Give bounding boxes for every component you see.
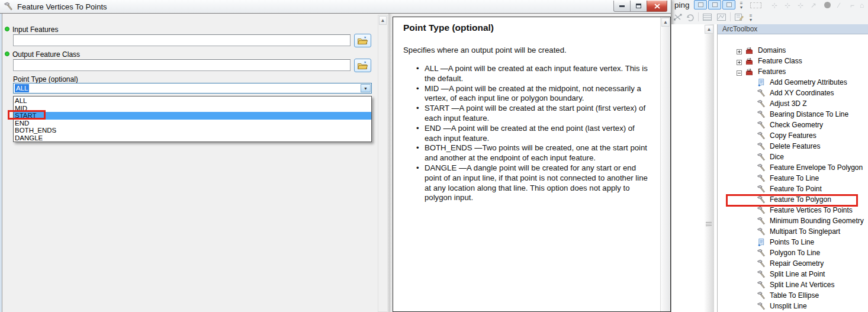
toolbox-tree-item[interactable]: Feature To Line xyxy=(718,173,868,184)
dropdown-option[interactable]: BOTH_ENDS xyxy=(14,127,371,134)
tree-item-label: Check Geometry xyxy=(770,121,823,129)
toolbox-tree-item[interactable]: Domains xyxy=(718,45,868,56)
toolbox-tree-item[interactable]: Feature To Point xyxy=(718,184,868,194)
tree-item-label: Feature Envelope To Polygon xyxy=(770,163,863,172)
dialog-left-border xyxy=(0,14,2,312)
toolbox-tree-item[interactable]: Adjust 3D Z xyxy=(718,98,868,109)
dock-splitter-bar[interactable]: ▲ xyxy=(704,24,714,312)
dialog-titlebar[interactable]: Feature Vertices To Points xyxy=(0,0,671,13)
dropdown-option[interactable]: ALL xyxy=(14,97,371,105)
undo-arc-icon[interactable] xyxy=(686,12,695,22)
form-scrollbar[interactable]: ▲ xyxy=(378,15,388,312)
attribute-table-icon[interactable] xyxy=(702,12,712,22)
toolbox-tree-item[interactable]: Delete Features xyxy=(718,141,868,152)
toolbox-tree-item[interactable]: Add XY Coordinates xyxy=(718,88,868,98)
disabled-toolbar-icon: ⊹ xyxy=(785,1,790,9)
toolbox-tree-item[interactable]: Repair Geometry xyxy=(718,258,868,269)
script-icon xyxy=(757,78,766,87)
tree-item-label: Feature To Line xyxy=(770,174,819,182)
sketch-properties-icon[interactable] xyxy=(716,12,726,22)
hammer-icon xyxy=(757,249,766,258)
toolbox-tree-item[interactable]: Check Geometry xyxy=(718,120,868,130)
tree-item-label: Split Line At Vertices xyxy=(770,281,834,289)
toolbox-tree-item[interactable]: Add Geometry Attributes xyxy=(718,77,868,88)
point-type-combobox[interactable]: ALL ▼ xyxy=(13,83,372,94)
collapse-minus-icon[interactable] xyxy=(737,70,742,76)
open-folder-icon xyxy=(357,61,368,70)
minimize-button[interactable] xyxy=(613,1,631,12)
toolbox-tree-item[interactable]: Split Line at Point xyxy=(718,269,868,279)
combobox-dropdown-button[interactable]: ▼ xyxy=(361,84,371,92)
toolbox-tree-item[interactable]: Dice xyxy=(718,152,868,162)
toolbox-icon xyxy=(745,67,754,76)
dialog-title: Feature Vertices To Points xyxy=(17,2,107,11)
output-feature-class-field[interactable] xyxy=(13,59,351,71)
arctoolbox-header[interactable]: ArcToolbox xyxy=(718,24,868,34)
tree-item-label: Features xyxy=(758,67,786,76)
scroll-up-button[interactable]: ▲ xyxy=(705,25,713,34)
tree-item-label: Add Geometry Attributes xyxy=(770,78,847,86)
toolbox-tree-item[interactable]: Points To Line xyxy=(718,237,868,247)
hammer-icon xyxy=(757,259,766,268)
dropdown-option[interactable]: MID xyxy=(14,105,371,112)
scroll-up-button[interactable]: ▲ xyxy=(379,16,387,25)
triangle-up-icon: ▲ xyxy=(663,20,668,25)
dropdown-option[interactable]: END xyxy=(14,120,371,127)
toolbox-tree-item[interactable]: Unsplit Line xyxy=(718,301,868,311)
toolbar-overflow-icon[interactable]: ≡▾ xyxy=(738,1,745,9)
toolbox-tree-item[interactable]: Feature Class xyxy=(718,56,868,66)
browse-output-button[interactable] xyxy=(354,59,371,72)
toggle-pane-button-2[interactable] xyxy=(708,0,721,9)
browse-input-button[interactable] xyxy=(354,34,371,47)
form-edit-icon[interactable] xyxy=(734,12,744,22)
tree-item-label: Bearing Distance To Line xyxy=(770,110,848,118)
annotation-box-feature-vertices xyxy=(726,194,858,207)
input-features-field[interactable] xyxy=(13,34,351,46)
toolbar-overflow-icon[interactable]: ≡▾ xyxy=(747,14,754,22)
dropdown-option[interactable]: START xyxy=(14,112,371,120)
toolbox-tree-item[interactable]: Features xyxy=(718,66,868,77)
toolbox-tree-item[interactable]: Feature Envelope To Polygon xyxy=(718,162,868,173)
toolbox-tree-item[interactable]: Bearing Distance To Line xyxy=(718,109,868,120)
edit-vertices-icon[interactable] xyxy=(673,12,683,22)
tree-item-label: Domains xyxy=(758,46,786,54)
dropdown-option[interactable]: DANGLE xyxy=(14,134,371,142)
tree-item-label: Multipart To Singlepart xyxy=(770,227,840,236)
toolbox-tree-item[interactable]: Table To Ellipse xyxy=(718,290,868,301)
close-icon xyxy=(654,4,660,9)
splitter-grip-icon xyxy=(706,222,712,227)
tree-item-label: Add XY Coordinates xyxy=(770,89,834,97)
pane-icon xyxy=(698,2,703,7)
pane-icon xyxy=(712,2,718,7)
window-controls xyxy=(613,1,667,12)
tree-item-label: Dice xyxy=(770,153,784,161)
restore-button[interactable] xyxy=(631,1,647,12)
disabled-toolbar-icon: ⌂ xyxy=(860,1,864,9)
required-dot xyxy=(5,27,9,31)
arcmap-application: ping ≡▾ ⊹ ⊹ ⊹ ↗ ∕ ⌐ ⌂ xyxy=(0,0,868,312)
toggle-pane-button-1[interactable] xyxy=(694,0,707,9)
toolbox-tree-item[interactable]: Multipart To Singlepart xyxy=(718,226,868,237)
combobox-value: ALL xyxy=(15,84,29,92)
toolbar-separator xyxy=(730,12,731,21)
close-button[interactable] xyxy=(647,1,667,12)
annotation-box-start xyxy=(8,110,46,120)
expand-plus-icon[interactable] xyxy=(737,60,742,65)
input-features-label: Input Features xyxy=(12,25,58,34)
triangle-up-icon: ▲ xyxy=(707,27,712,32)
toolbox-tree-item[interactable]: Minimum Bounding Geometry xyxy=(718,215,868,226)
hammer-icon xyxy=(757,131,766,140)
expand-plus-icon[interactable] xyxy=(737,49,742,54)
toolbar-label-fragment: ping xyxy=(674,1,690,9)
sphere-icon xyxy=(824,2,831,8)
scroll-up-button[interactable]: ▲ xyxy=(661,18,670,27)
tree-item-label: Points To Line xyxy=(770,238,814,246)
help-scrollbar[interactable]: ▲ xyxy=(660,17,670,311)
toolbox-tree-item[interactable]: Split Line At Vertices xyxy=(718,279,868,290)
toolbox-tree-item[interactable]: Copy Features xyxy=(718,130,868,141)
tree-item-label: Feature Class xyxy=(758,57,802,65)
disabled-toolbar-icon: ↗ xyxy=(811,1,816,9)
toggle-pane-button-3[interactable] xyxy=(722,0,735,9)
hammer-icon xyxy=(757,281,766,290)
toolbox-tree-item[interactable]: Polygon To Line xyxy=(718,247,868,258)
